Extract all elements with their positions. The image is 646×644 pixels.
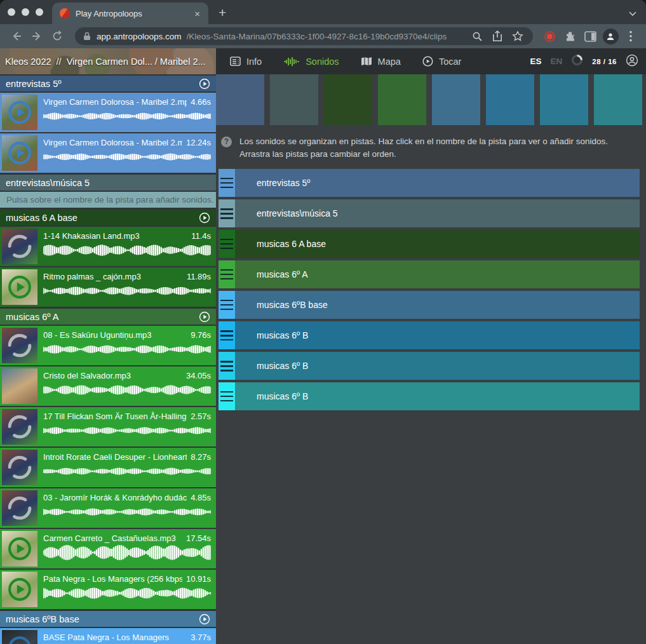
sidebar-track-header[interactable]: entrevistas\música 5 <box>0 175 216 191</box>
sidebar-track-header[interactable]: musicas 6ºB base <box>0 611 216 627</box>
close-window-button[interactable] <box>8 8 15 16</box>
tab-info[interactable]: Info <box>230 57 262 67</box>
track-pad[interactable] <box>216 74 264 125</box>
track-name-button[interactable]: entrevistas 5º <box>235 169 640 197</box>
track-drag-handle[interactable] <box>219 382 235 410</box>
address-bar[interactable]: app.antropoloops.com/Kleos-Santa-Marina/… <box>75 27 533 45</box>
tab-list-chevron-icon[interactable] <box>628 8 637 19</box>
account-icon[interactable] <box>626 54 638 69</box>
clip-thumbnail[interactable] <box>2 229 37 264</box>
play-icon[interactable] <box>8 537 32 561</box>
track-pad[interactable] <box>324 74 372 125</box>
play-track-icon[interactable] <box>199 614 210 625</box>
clip-thumbnail[interactable] <box>2 368 37 404</box>
browser-tab[interactable]: Play Antropoloops × <box>52 3 208 24</box>
tab-tocar[interactable]: Tocar <box>422 56 461 67</box>
forward-icon[interactable] <box>28 27 46 45</box>
clip-thumbnail[interactable] <box>2 490 37 526</box>
lang-en[interactable]: EN <box>551 57 563 66</box>
clip-item[interactable]: Cristo del Salvador.mp334.05s <box>0 366 216 406</box>
clip-thumbnail[interactable] <box>2 135 37 171</box>
track-name-button[interactable]: musicas 6 A base <box>235 230 640 258</box>
browser-menu-kebab-icon[interactable] <box>622 27 640 45</box>
play-icon[interactable] <box>8 577 32 601</box>
track-drag-handle[interactable] <box>219 291 235 319</box>
breadcrumb[interactable]: Kleos 2022 // Virgen Carmen Dol... / Mar… <box>0 48 216 74</box>
track-drag-handle[interactable] <box>219 169 235 197</box>
track-name-button[interactable]: musicas 6ºB base <box>235 291 640 319</box>
track-drag-handle[interactable] <box>219 230 235 258</box>
tab-mapa[interactable]: Mapa <box>361 57 401 67</box>
sidebar-track-header[interactable]: musicas 6 A base <box>0 210 216 225</box>
clip-thumbnail[interactable] <box>2 269 37 305</box>
clip-item[interactable]: Carmen Carreto _ Castañuelas.mp317.54s <box>0 529 216 568</box>
track-name-button[interactable]: musicas 6º A <box>235 260 640 288</box>
track-drag-handle[interactable] <box>219 260 235 288</box>
clip-thumbnail[interactable] <box>2 572 37 607</box>
share-icon[interactable] <box>490 30 505 42</box>
zoom-window-button[interactable] <box>36 8 43 16</box>
clip-thumbnail[interactable] <box>2 531 37 567</box>
sidebar-track-header[interactable]: entrevistas 5º <box>0 76 216 91</box>
play-track-icon[interactable] <box>199 311 210 323</box>
minimize-window-button[interactable] <box>22 8 29 16</box>
profile-avatar[interactable] <box>602 27 619 45</box>
play-track-icon[interactable] <box>199 78 210 90</box>
clip-thumbnail[interactable] <box>2 450 37 485</box>
clip-item[interactable]: Virgen Carmen Dolorosa - Maribel 2.mp34.… <box>0 93 216 132</box>
clip-thumbnail[interactable] <box>2 328 37 363</box>
clip-thumbnail[interactable] <box>2 630 37 644</box>
track-row[interactable]: musicas 6 A base <box>219 230 640 258</box>
breadcrumb-project[interactable]: Kleos 2022 <box>5 57 51 67</box>
clip-item[interactable]: Virgen Carmen Dolorosa - Maribel 2.mp312… <box>0 133 216 173</box>
clip-item[interactable]: Introit Rorate Caeli Desuper - Lionheart… <box>0 448 216 487</box>
track-pad[interactable] <box>432 74 480 125</box>
play-icon[interactable] <box>8 636 32 644</box>
clip-thumbnail[interactable] <box>2 409 37 445</box>
tab-sonidos[interactable]: Sonidos <box>283 57 339 67</box>
clip-item[interactable]: 17 Till Flickan Som Är Tusen År-Halling … <box>0 407 216 446</box>
clip-item[interactable]: 1-14 Khakasian Land.mp311.4s <box>0 227 216 266</box>
back-icon[interactable] <box>8 27 25 45</box>
track-row[interactable]: musicas 6º A <box>219 260 640 288</box>
track-pad[interactable] <box>594 74 642 125</box>
clip-item[interactable]: 08 - Es Sakūru Uguntiņu.mp39.76s <box>0 326 216 365</box>
track-row[interactable]: musicas 6º B <box>219 382 640 410</box>
track-name-button[interactable]: musicas 6º B <box>235 352 640 380</box>
play-icon[interactable] <box>8 275 32 299</box>
side-panel-icon[interactable] <box>581 27 599 45</box>
new-tab-button[interactable]: + <box>208 5 226 24</box>
record-extension-icon[interactable] <box>541 27 558 45</box>
track-row[interactable]: musicas 6ºB base <box>219 291 640 319</box>
track-pad[interactable] <box>486 74 534 125</box>
track-name-button[interactable]: musicas 6º B <box>235 382 640 410</box>
play-icon[interactable] <box>8 141 32 165</box>
extensions-puzzle-icon[interactable] <box>561 27 579 45</box>
sidebar-track-header[interactable]: musicas 6º A <box>0 309 216 325</box>
tab-close-icon[interactable]: × <box>192 8 202 20</box>
lang-es[interactable]: ES <box>530 57 542 66</box>
bookmark-star-icon[interactable] <box>510 30 525 42</box>
reload-icon[interactable] <box>48 27 66 45</box>
clip-item[interactable]: 03 - Jaromír Horák & Konrádyho dudácká .… <box>0 488 216 528</box>
track-row[interactable]: musicas 6º B <box>219 321 640 349</box>
track-row[interactable]: entrevistas\música 5 <box>219 199 640 227</box>
clip-item[interactable]: Pata Negra - Los Managers (256 kbps).mp3… <box>0 570 216 609</box>
track-name-button[interactable]: musicas 6º B <box>235 321 640 349</box>
track-row[interactable]: musicas 6º B <box>219 352 640 380</box>
breadcrumb-trail[interactable]: Virgen Carmen Dol... / Maribel 2... <box>67 57 206 67</box>
play-icon[interactable] <box>8 100 32 124</box>
clip-thumbnail[interactable] <box>2 95 37 130</box>
play-track-icon[interactable] <box>199 212 210 224</box>
track-pad[interactable] <box>540 74 588 125</box>
clip-item[interactable]: BASE Pata Negra - Los Managers3.77s <box>0 628 216 644</box>
track-name-button[interactable]: entrevistas\música 5 <box>235 199 640 227</box>
track-row[interactable]: entrevistas 5º <box>219 169 640 197</box>
track-drag-handle[interactable] <box>219 352 235 380</box>
track-drag-handle[interactable] <box>219 321 235 349</box>
clip-item[interactable]: Ritmo palmas _ cajón.mp311.89s <box>0 267 216 307</box>
track-drag-handle[interactable] <box>219 199 235 227</box>
track-pad[interactable] <box>270 74 318 125</box>
zoom-search-icon[interactable] <box>469 31 485 42</box>
track-pad[interactable] <box>378 74 426 125</box>
